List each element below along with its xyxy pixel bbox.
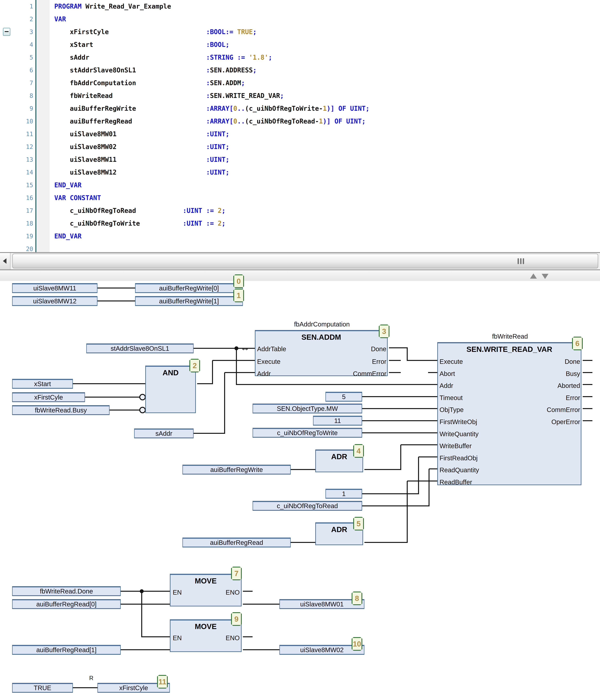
operand-11[interactable]: 11 bbox=[313, 416, 362, 426]
execution-order-badge-10: 10 bbox=[352, 637, 362, 651]
code-line-13[interactable]: 13 uiSlave8MW11 :UINT; bbox=[0, 153, 600, 166]
input-pin-timeout[interactable]: Timeout bbox=[440, 394, 462, 401]
thumb-grip-icon bbox=[523, 258, 524, 264]
scroll-left-button[interactable] bbox=[0, 253, 10, 270]
wire bbox=[121, 649, 170, 650]
wire bbox=[291, 469, 316, 470]
code-line-1[interactable]: 1PROGRAM Write_Read_Var_Example bbox=[0, 0, 600, 13]
wire bbox=[583, 396, 593, 397]
operand-uislave8mw12[interactable]: uiSlave8MW12 bbox=[12, 296, 97, 306]
operand-5[interactable]: 5 bbox=[325, 392, 362, 402]
operand-auibufferregread[interactable]: auiBufferRegRead bbox=[182, 538, 291, 547]
code-text: c_uiNbOfRegToWrite :UINT := 2; bbox=[54, 217, 226, 230]
output-pin-done[interactable]: Done bbox=[371, 345, 386, 353]
input-pin-objtype[interactable]: ObjType bbox=[440, 406, 464, 414]
scrollbar-thumb[interactable] bbox=[12, 254, 598, 269]
block-fbwriteread[interactable]: SEN.WRITE_READ_VARExecuteAbortAddrTimeou… bbox=[437, 342, 581, 485]
operand-1[interactable]: 1 bbox=[325, 489, 362, 499]
output-pin-aborted[interactable]: Aborted bbox=[557, 382, 580, 389]
input-pin-en[interactable]: EN bbox=[173, 589, 182, 596]
operand-xfirstcyle[interactable]: xFirstCyle bbox=[12, 392, 85, 402]
code-line-5[interactable]: 5 sAddr :STRING := '1.8'; bbox=[0, 51, 600, 64]
input-pin-readquantity[interactable]: ReadQuantity bbox=[440, 467, 479, 474]
wire bbox=[401, 444, 438, 445]
output-pin-done[interactable]: Done bbox=[565, 358, 580, 365]
operand-c-uinbofregtowrite[interactable]: c_uiNbOfRegToWrite bbox=[253, 428, 362, 438]
input-pin-abort[interactable]: Abort bbox=[440, 370, 455, 377]
collapse-down-icon[interactable] bbox=[542, 274, 548, 279]
output-pin-eno[interactable]: ENO bbox=[226, 634, 240, 642]
operand-fbwriteread-done[interactable]: fbWriteRead.Done bbox=[12, 586, 121, 596]
code-text: xStart :BOOL; bbox=[54, 38, 229, 51]
code-line-3[interactable]: 3 xFirstCyle :BOOL:= TRUE; bbox=[0, 26, 600, 38]
horizontal-scrollbar[interactable] bbox=[0, 252, 600, 270]
block-and[interactable]: AND bbox=[145, 366, 196, 413]
output-pin-eno[interactable]: ENO bbox=[226, 589, 240, 596]
operand-auibufferregread-1-[interactable]: auiBufferRegRead[1] bbox=[12, 645, 121, 655]
code-line-15[interactable]: 15END_VAR bbox=[0, 179, 600, 192]
output-pin-opererror[interactable]: OperError bbox=[551, 418, 580, 426]
operand-auibufferregread-0-[interactable]: auiBufferRegRead[0] bbox=[12, 599, 121, 609]
input-pin-en[interactable]: EN bbox=[173, 634, 182, 642]
output-pin-commerror[interactable]: CommError bbox=[547, 406, 580, 414]
wire bbox=[583, 420, 593, 421]
input-pin-execute[interactable]: Execute bbox=[257, 358, 280, 365]
code-line-11[interactable]: 11 uiSlave8MW01 :UINT; bbox=[0, 128, 600, 141]
code-line-8[interactable]: 8 fbWriteRead :SEN.WRITE_READ_VAR; bbox=[0, 90, 600, 102]
operand-sen-objecttype-mw[interactable]: SEN.ObjectType.MW bbox=[253, 404, 362, 414]
operand-staddrslave8onsl1[interactable]: stAddrSlave8OnSL1 bbox=[86, 344, 194, 353]
output-pin-error[interactable]: Error bbox=[566, 394, 580, 401]
output-pin-error[interactable]: Error bbox=[372, 358, 386, 365]
operand-auibufferregwrite-0-[interactable]: auiBufferRegWrite[0] bbox=[135, 283, 243, 293]
input-pin-addrtable[interactable]: AddrTable bbox=[257, 345, 286, 353]
code-line-12[interactable]: 12 uiSlave8MW02 :UINT; bbox=[0, 141, 600, 153]
input-pin-firstwriteobj[interactable]: FirstWriteObj bbox=[440, 418, 477, 426]
code-line-10[interactable]: 10 auiBufferRegRead :ARRAY[0..(c_uiNbOfR… bbox=[0, 115, 600, 128]
expand-up-icon[interactable] bbox=[530, 273, 537, 279]
operand-c-uinbofregtoread[interactable]: c_uiNbOfRegToRead bbox=[253, 501, 362, 511]
execution-order-badge-2: 2 bbox=[190, 359, 200, 372]
code-line-19[interactable]: 19END_VAR bbox=[0, 230, 600, 243]
code-line-9[interactable]: 9 auiBufferRegWrite :ARRAY[0..(c_uiNbOfR… bbox=[0, 102, 600, 115]
line-number: 19 bbox=[0, 230, 33, 243]
wire bbox=[141, 591, 142, 637]
operand-fbwriteread-busy[interactable]: fbWriteRead.Busy bbox=[12, 405, 109, 415]
operand-xstart[interactable]: xStart bbox=[12, 379, 73, 389]
wire bbox=[362, 396, 438, 397]
code-text: sAddr :STRING := '1.8'; bbox=[54, 51, 272, 64]
code-line-4[interactable]: 4 xStart :BOOL; bbox=[0, 38, 600, 51]
line-number: 12 bbox=[0, 141, 33, 153]
editor-splitter[interactable] bbox=[0, 270, 600, 281]
wire bbox=[419, 456, 438, 457]
execution-order-badge-3: 3 bbox=[379, 325, 390, 338]
input-pin-readbuffer[interactable]: ReadBuffer bbox=[440, 479, 472, 486]
code-line-14[interactable]: 14 uiSlave8MW12 :UINT; bbox=[0, 166, 600, 179]
code-line-18[interactable]: 18 c_uiNbOfRegToWrite :UINT := 2; bbox=[0, 217, 600, 230]
operand-saddr[interactable]: sAddr bbox=[134, 428, 194, 438]
block-fbaddrcomputation[interactable]: SEN.ADDMAddrTableExecuteAddrDoneErrorCom… bbox=[255, 330, 388, 376]
input-pin-execute[interactable]: Execute bbox=[440, 358, 463, 365]
st-declaration-editor[interactable]: 1PROGRAM Write_Read_Var_Example2VAR3 xFi… bbox=[0, 0, 600, 252]
operand-auibufferregwrite-1-[interactable]: auiBufferRegWrite[1] bbox=[135, 296, 243, 306]
code-line-2[interactable]: 2VAR bbox=[0, 13, 600, 26]
block-move[interactable]: MOVEENENO bbox=[170, 619, 242, 652]
code-line-7[interactable]: 7 fbAddrComputation :SEN.ADDM; bbox=[0, 77, 600, 90]
operand-true[interactable]: TRUE bbox=[12, 683, 73, 693]
input-pin-addr[interactable]: Addr bbox=[440, 382, 453, 389]
input-pin-firstreadobj[interactable]: FirstReadObj bbox=[440, 454, 478, 462]
input-pin-addr[interactable]: Addr bbox=[257, 370, 271, 377]
output-pin-commerror[interactable]: CommError bbox=[353, 370, 386, 377]
code-line-6[interactable]: 6 stAddrSlave8OnSL1 :SEN.ADDRESS; bbox=[0, 64, 600, 77]
fbd-network-editor[interactable]: uiSlave8MW11uiSlave8MW12auiBufferRegWrit… bbox=[0, 281, 600, 700]
wire bbox=[389, 347, 408, 348]
execution-order-badge-1: 1 bbox=[233, 289, 244, 302]
output-pin-busy[interactable]: Busy bbox=[566, 370, 580, 377]
input-pin-writequantity[interactable]: WriteQuantity bbox=[440, 430, 479, 438]
code-line-20[interactable]: 20 bbox=[0, 243, 600, 252]
code-line-16[interactable]: 16VAR CONSTANT bbox=[0, 192, 600, 204]
block-move[interactable]: MOVEENENO bbox=[170, 574, 242, 606]
operand-uislave8mw11[interactable]: uiSlave8MW11 bbox=[12, 283, 97, 293]
operand-auibufferregwrite[interactable]: auiBufferRegWrite bbox=[182, 465, 291, 475]
code-line-17[interactable]: 17 c_uiNbOfRegToRead :UINT := 2; bbox=[0, 204, 600, 217]
input-pin-writebuffer[interactable]: WriteBuffer bbox=[440, 442, 472, 450]
